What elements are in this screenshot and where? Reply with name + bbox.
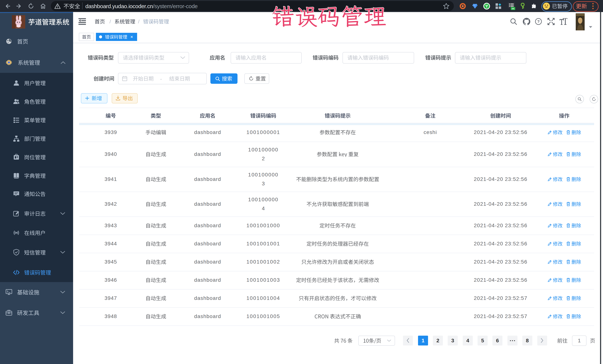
svg-text:on: on [512,7,514,10]
svg-text:?: ? [537,19,540,23]
